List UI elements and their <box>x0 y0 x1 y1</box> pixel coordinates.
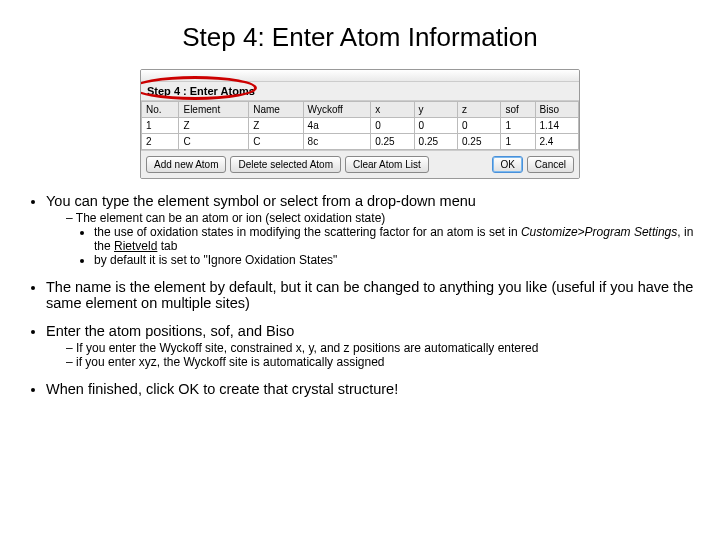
col-wyckoff: Wyckoff <box>303 102 371 118</box>
col-biso: Biso <box>535 102 579 118</box>
step-header: Step 4 : Enter Atoms <box>141 82 579 101</box>
cell[interactable]: Z <box>179 118 249 134</box>
cell[interactable]: 2 <box>142 134 179 150</box>
cell[interactable]: Z <box>249 118 303 134</box>
cell[interactable]: 1 <box>501 118 535 134</box>
bullet-1: You can type the element symbol or selec… <box>46 193 698 267</box>
cell[interactable]: 8c <box>303 134 371 150</box>
dialog-titlebar <box>141 70 579 82</box>
dialog-buttonbar: Add new Atom Delete selected Atom Clear … <box>141 150 579 178</box>
tab-name: Rietveld <box>114 239 157 253</box>
cell[interactable]: 0.25 <box>458 134 501 150</box>
col-no: No. <box>142 102 179 118</box>
bullet-2: The name is the element by default, but … <box>46 279 698 311</box>
cell[interactable]: 0 <box>414 118 457 134</box>
cell[interactable]: 1.14 <box>535 118 579 134</box>
table-row[interactable]: 1 Z Z 4a 0 0 0 1 1.14 <box>142 118 579 134</box>
t: tab <box>157 239 177 253</box>
add-atom-button[interactable]: Add new Atom <box>146 156 226 173</box>
bullet-1-sub-text: The element can be an atom or ion (selec… <box>76 211 386 225</box>
ok-button[interactable]: OK <box>492 156 522 173</box>
bullet-3: Enter the atom positions, sof, and Biso … <box>46 323 698 369</box>
cell[interactable]: 0.25 <box>414 134 457 150</box>
col-x: x <box>371 102 414 118</box>
page-title: Step 4: Enter Atom Information <box>0 0 720 65</box>
cell[interactable]: 0 <box>458 118 501 134</box>
col-sof: sof <box>501 102 535 118</box>
t: the use of oxidation states in modifying… <box>94 225 521 239</box>
bullet-3-sub-1: If you enter the Wyckoff site, constrain… <box>66 341 698 355</box>
cell[interactable]: 1 <box>142 118 179 134</box>
menu-path: Customize>Program Settings <box>521 225 677 239</box>
clear-list-button[interactable]: Clear Atom List <box>345 156 429 173</box>
col-z: z <box>458 102 501 118</box>
dialog-screenshot: Step 4 : Enter Atoms No. Element Name Wy… <box>140 69 580 179</box>
table-row[interactable]: 2 C C 8c 0.25 0.25 0.25 1 2.4 <box>142 134 579 150</box>
bullet-4: When finished, click OK to create that c… <box>46 381 698 397</box>
delete-atom-button[interactable]: Delete selected Atom <box>230 156 341 173</box>
atoms-table: No. Element Name Wyckoff x y z sof Biso … <box>141 101 579 150</box>
cell[interactable]: 0 <box>371 118 414 134</box>
cell[interactable]: 2.4 <box>535 134 579 150</box>
bullet-1-lead: You can type the element symbol or selec… <box>46 193 476 209</box>
bullet-1-sub: The element can be an atom or ion (selec… <box>66 211 698 267</box>
bullet-3-sub-2: if you enter xyz, the Wyckoff site is au… <box>66 355 698 369</box>
col-name: Name <box>249 102 303 118</box>
bullet-1-sub-dot-2: by default it is set to "Ignore Oxidatio… <box>94 253 698 267</box>
col-element: Element <box>179 102 249 118</box>
step-header-label: Step 4 : Enter Atoms <box>147 85 255 97</box>
cell[interactable]: 4a <box>303 118 371 134</box>
bullet-3-lead: Enter the atom positions, sof, and Biso <box>46 323 294 339</box>
col-y: y <box>414 102 457 118</box>
cell[interactable]: C <box>179 134 249 150</box>
cancel-button[interactable]: Cancel <box>527 156 574 173</box>
cell[interactable]: C <box>249 134 303 150</box>
body-text: You can type the element symbol or selec… <box>0 193 720 419</box>
bullet-1-sub-dot-1: the use of oxidation states in modifying… <box>94 225 698 253</box>
cell[interactable]: 0.25 <box>371 134 414 150</box>
cell[interactable]: 1 <box>501 134 535 150</box>
